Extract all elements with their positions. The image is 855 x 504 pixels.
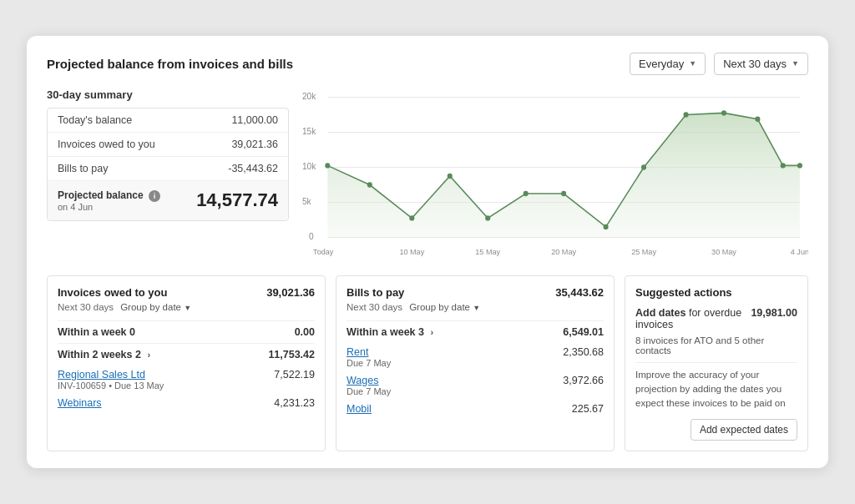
- invoices-panel-amount: 39,021.36: [266, 286, 315, 299]
- invoices-group-by[interactable]: Group by date ▼: [120, 302, 191, 312]
- line-chart: 20k 15k 10k 5k 0: [302, 88, 808, 264]
- add-expected-dates-button[interactable]: Add expected dates: [691, 419, 797, 441]
- bills-item-2: Wages Due 7 May 3,972.66: [347, 371, 604, 400]
- svg-text:10 May: 10 May: [399, 248, 424, 256]
- invoices-group-caret: ▼: [184, 304, 191, 312]
- invoices-item-2-link[interactable]: Webinars: [58, 397, 102, 409]
- invoices-2weeks-value: 11,753.42: [268, 349, 315, 360]
- bills-item-3: Mobil 225.67: [347, 400, 604, 418]
- svg-text:Today: Today: [313, 248, 334, 256]
- invoices-panel-header: Invoices owed to you 39,021.36: [58, 286, 315, 299]
- bills-group-by[interactable]: Group by date ▼: [409, 302, 480, 312]
- svg-text:4 Jun: 4 Jun: [791, 248, 808, 256]
- suggested-divider: [635, 362, 797, 363]
- chart-panel: 20k 15k 10k 5k 0: [302, 88, 808, 264]
- projected-label-text: Projected balance: [58, 189, 144, 201]
- bills-period: Next 30 days: [347, 302, 402, 312]
- bills-item-1-link[interactable]: Rent: [347, 346, 391, 358]
- bills-item-1-sub: Due 7 May: [347, 358, 391, 368]
- summary-box: Today's balance 11,000.00 Invoices owed …: [47, 108, 289, 221]
- svg-point-12: [367, 182, 372, 187]
- suggested-panel: Suggested actions Add dates for overdue …: [625, 275, 808, 452]
- info-icon[interactable]: i: [149, 190, 160, 202]
- bills-panel: Bills to pay 35,443.62 Next 30 days Grou…: [336, 275, 615, 452]
- balance-value: 11,000.00: [231, 114, 278, 126]
- left-panel: 30-day summary Today's balance 11,000.00…: [47, 88, 289, 264]
- bills-group-caret: ▼: [473, 304, 480, 312]
- invoices-week-value: 0.00: [295, 326, 315, 338]
- svg-point-22: [755, 116, 760, 121]
- invoices-item-2: Webinars 4,231.23: [58, 394, 315, 412]
- summary-row-projected: Projected balance i on 4 Jun 14,577.74: [48, 181, 288, 220]
- summary-row-balance: Today's balance 11,000.00: [48, 108, 288, 133]
- main-card: Projected balance from invoices and bill…: [27, 36, 828, 469]
- suggested-action-body: Improve the accuracy of your projection …: [635, 368, 797, 411]
- invoices-section-2weeks: Within 2 weeks 2 › 11,753.42: [58, 343, 315, 365]
- invoices-period: Next 30 days: [58, 302, 114, 312]
- header: Projected balance from invoices and bill…: [47, 53, 808, 75]
- bills-item-2-link[interactable]: Wages: [347, 375, 391, 386]
- suggested-action-row: Add dates for overdue invoices 19,981.00: [635, 307, 797, 332]
- projected-label-group: Projected balance i on 4 Jun: [58, 189, 160, 212]
- projected-value: 14,577.74: [196, 189, 278, 211]
- bills-week-value: 6,549.01: [563, 326, 604, 338]
- svg-text:15k: 15k: [302, 126, 316, 135]
- page-title: Projected balance from invoices and bill…: [47, 57, 293, 71]
- bills-week-label: Within a week 3 ›: [347, 326, 433, 338]
- invoices-item-1-sub: INV-100659 • Due 13 May: [58, 381, 164, 391]
- chevron-right-icon: ›: [147, 350, 150, 360]
- invoices-panel: Invoices owed to you 39,021.36 Next 30 d…: [47, 275, 326, 452]
- svg-text:30 May: 30 May: [711, 248, 736, 256]
- period-dropdown[interactable]: Next 30 days: [714, 53, 808, 75]
- svg-point-24: [797, 163, 802, 168]
- svg-text:20 May: 20 May: [551, 248, 576, 256]
- svg-text:5k: 5k: [302, 196, 311, 205]
- summary-row-bills: Bills to pay -35,443.62: [48, 157, 288, 181]
- svg-text:0: 0: [309, 231, 314, 240]
- invoices-value: 39,021.36: [231, 139, 278, 150]
- bills-chevron-icon: ›: [430, 327, 433, 337]
- svg-point-20: [684, 112, 689, 117]
- svg-point-17: [561, 190, 566, 195]
- bills-panel-sub: Next 30 days Group by date ▼: [347, 302, 604, 312]
- bills-label: Bills to pay: [58, 163, 108, 174]
- bills-panel-title: Bills to pay: [347, 286, 404, 299]
- suggested-action-amount: 19,981.00: [751, 307, 797, 319]
- bills-item-2-sub: Due 7 May: [347, 386, 391, 396]
- svg-marker-10: [327, 113, 800, 237]
- svg-text:15 May: 15 May: [475, 248, 500, 256]
- account-dropdown[interactable]: Everyday: [630, 53, 706, 75]
- svg-point-13: [409, 215, 414, 220]
- bills-item-3-link[interactable]: Mobil: [347, 403, 372, 415]
- svg-point-11: [325, 163, 330, 168]
- invoices-2weeks-label: Within 2 weeks 2 ›: [58, 349, 150, 360]
- bills-panel-amount: 35,443.62: [555, 286, 604, 299]
- svg-point-18: [604, 224, 609, 229]
- svg-point-16: [524, 190, 529, 195]
- invoices-section-week: Within a week 0 0.00: [58, 320, 315, 343]
- bills-item-3-value: 225.67: [572, 403, 604, 415]
- summary-label: 30-day summary: [47, 88, 289, 101]
- suggested-action-desc: 8 invoices for ATO and 5 other contacts: [635, 335, 797, 355]
- invoices-item-1-link[interactable]: Regional Sales Ltd: [58, 369, 164, 381]
- suggested-action-title: Add dates for overdue invoices: [635, 307, 751, 330]
- projected-sub: on 4 Jun: [58, 202, 160, 212]
- svg-point-21: [721, 110, 726, 115]
- main-content: 30-day summary Today's balance 11,000.00…: [47, 88, 808, 264]
- bills-item-1-value: 2,350.68: [563, 346, 604, 368]
- header-controls: Everyday Next 30 days: [630, 53, 808, 75]
- bills-item-2-value: 3,972.66: [563, 375, 604, 396]
- invoices-label: Invoices owed to you: [58, 139, 155, 150]
- svg-point-23: [781, 163, 786, 168]
- svg-text:25 May: 25 May: [631, 248, 656, 256]
- bottom-panels: Invoices owed to you 39,021.36 Next 30 d…: [47, 275, 808, 452]
- invoices-item-2-value: 4,231.23: [274, 397, 315, 409]
- svg-point-19: [641, 164, 646, 169]
- suggested-title: Suggested actions: [635, 286, 797, 299]
- svg-text:20k: 20k: [302, 91, 316, 100]
- balance-label: Today's balance: [58, 114, 132, 126]
- invoices-panel-title: Invoices owed to you: [58, 286, 167, 299]
- invoices-week-label: Within a week 0: [58, 326, 135, 338]
- bills-panel-header: Bills to pay 35,443.62: [347, 286, 604, 299]
- invoices-item-1-value: 7,522.19: [274, 369, 315, 391]
